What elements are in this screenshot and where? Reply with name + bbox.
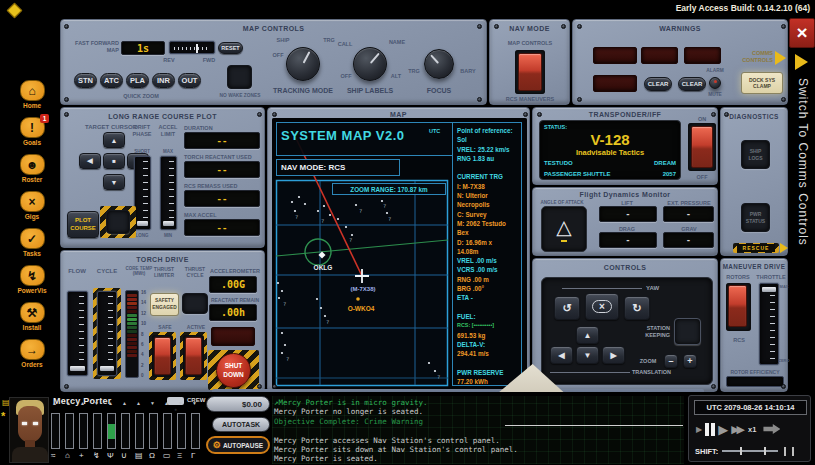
sidebar-item-tasks[interactable]: ✓ Tasks — [4, 228, 60, 257]
tracking-mode-knob[interactable] — [286, 47, 320, 81]
alarm-mute-switch[interactable] — [709, 77, 721, 89]
other-contact-dot[interactable] — [356, 297, 360, 301]
station-keeping-button[interactable] — [674, 318, 701, 345]
no-wake-zones-button[interactable] — [227, 65, 252, 89]
quick-zoom-inr-button[interactable]: INR — [152, 73, 175, 88]
slider-handle[interactable] — [196, 44, 198, 53]
step-forward-button[interactable] — [763, 424, 780, 434]
transponder-type-label: PASSENGER SHUTTLE — [544, 171, 611, 177]
fast-forward-button[interactable]: ▶▶ — [731, 423, 742, 436]
transponder-off-label: OFF — [689, 174, 715, 181]
ship-labels-knob[interactable] — [353, 47, 387, 81]
transponder-toggle[interactable] — [688, 123, 716, 171]
translate-down-button[interactable]: ▼ — [576, 346, 599, 364]
cursor-up-button[interactable]: ▲ — [103, 132, 125, 148]
comms-switch-arrow-icon[interactable] — [795, 54, 808, 70]
throttle-slider[interactable] — [759, 283, 779, 365]
crew-portrait[interactable] — [9, 397, 49, 463]
autotask-button[interactable]: AUTOTASK — [212, 417, 270, 432]
switch-to-comms-label[interactable]: Switch To Comms Controls — [796, 78, 810, 390]
nav-mode-rocker[interactable] — [518, 53, 542, 91]
safe-toggle[interactable] — [154, 337, 171, 375]
accelerometer-label: ACCELEROMETER — [207, 268, 263, 275]
play-button[interactable]: ▶ — [718, 422, 728, 437]
center-icon: ■ — [112, 158, 116, 164]
yaw-ccw-button[interactable]: ↺ — [554, 296, 580, 320]
pwr-status-button[interactable]: PWRSTATUS — [741, 203, 770, 232]
event-log: ↗Mercy Porter is in micro gravity. Mercy… — [272, 396, 684, 464]
zoom-in-button[interactable]: + — [683, 354, 697, 368]
nav-mode-toggle[interactable] — [515, 50, 545, 94]
svg-text:?: ? — [388, 216, 391, 222]
rev-label: REV — [157, 57, 181, 64]
autopause-button[interactable]: ⚙AUTOPAUSE — [206, 436, 270, 454]
sidebar-item-install[interactable]: ⚒ Install — [4, 302, 60, 331]
cursor-left-button[interactable]: ◀ — [79, 153, 101, 169]
purge-plan-button[interactable] — [106, 210, 130, 234]
stat-bar — [51, 413, 60, 449]
clear-button-2[interactable]: CLEAR — [678, 77, 706, 91]
clear-button-1[interactable]: CLEAR — [644, 77, 672, 91]
shift-control[interactable]: SHIFT: — [695, 444, 807, 458]
sidebar-item-home[interactable]: ⌂ Home — [4, 80, 60, 109]
sidebar-item-orders[interactable]: → Orders — [4, 339, 60, 368]
quick-zoom-label: QUICK ZOOM — [106, 93, 176, 100]
ship-logs-button[interactable]: SHIPLOGS — [741, 140, 770, 169]
yaw-stop-button[interactable]: × — [585, 293, 619, 320]
nav-mode-panel: NAV MODE MAP CONTROLS RCS MANEUVERS — [489, 19, 570, 105]
safety-engaged-button[interactable]: SAFETYENGAGED — [150, 293, 179, 316]
plus-icon: + — [687, 356, 692, 366]
flow-slider[interactable] — [67, 291, 88, 376]
sidebar-item-roster[interactable]: ☻ Roster — [4, 154, 60, 183]
powervis-icon: ↯ — [20, 265, 45, 286]
down-icon: ▼ — [584, 351, 592, 360]
quick-zoom-stn-button[interactable]: STN — [74, 73, 97, 88]
translate-left-button[interactable]: ◀ — [550, 346, 573, 364]
quick-zoom-atc-button[interactable]: ATC — [100, 73, 123, 88]
shift-slider-track[interactable] — [722, 450, 778, 452]
zoom-out-button[interactable]: – — [664, 354, 678, 368]
log-divider — [505, 425, 683, 426]
sidebar-item-powervis[interactable]: ↯ PowerVis — [4, 265, 60, 294]
down-icon: ▼ — [111, 179, 118, 186]
close-button[interactable]: × — [789, 18, 815, 48]
active-toggle[interactable] — [185, 337, 202, 375]
sidebar-item-goals[interactable]: ! 1 Goals — [4, 117, 60, 146]
rotors-rocker[interactable] — [728, 285, 747, 327]
flight-dynamics-panel: Flight Dynamics Monitor ANGLE OF ATTACK … — [532, 187, 718, 256]
game-screen: Early Access Build: 0.14.2.10 (64) ⌂ Hom… — [0, 0, 815, 465]
transponder-rocker[interactable] — [691, 126, 713, 168]
rotate-cw-icon: ↻ — [632, 302, 641, 315]
svg-text:?: ? — [286, 356, 289, 362]
accel-limit-slider[interactable] — [160, 156, 177, 230]
focus-knob[interactable] — [424, 49, 454, 79]
thrust-cycle-button[interactable] — [182, 293, 208, 314]
torch-drive-panel: TORCH DRIVE FLOW CYCLE CORE TEMP(MWt) TH… — [60, 250, 265, 392]
warnings-panel: WARNINGS CLEAR CLEAR ALARM MUTE COMMSCON… — [572, 19, 788, 105]
cursor-center-button[interactable]: ■ — [103, 153, 125, 169]
pause-button[interactable] — [705, 423, 715, 436]
shutdown-button[interactable]: SHUTDOWN — [216, 353, 251, 388]
map-speed-slider[interactable] — [169, 41, 215, 54]
reset-button[interactable]: RESET — [218, 42, 243, 54]
rescue-arrow-icon — [780, 243, 788, 253]
translate-right-button[interactable]: ▶ — [602, 346, 625, 364]
quick-zoom-out-button[interactable]: OUT — [178, 73, 201, 88]
controls-pad: YAW ↺ × ↻ STATIONKEEPING ▲ ◀ ▼ ▶ ZOOM – … — [541, 277, 713, 385]
sidebar-item-gigs[interactable]: × Gigs — [4, 191, 60, 220]
plot-course-button[interactable]: PLOTCOURSE — [67, 211, 99, 238]
quick-zoom-pla-button[interactable]: PLA — [126, 73, 149, 88]
drift-phase-slider[interactable] — [134, 156, 151, 230]
cycle-slider[interactable] — [97, 291, 117, 376]
comms-arrow-icon[interactable] — [775, 51, 786, 65]
rotors-toggle[interactable] — [726, 283, 751, 331]
transponder-class-label: TESTUDO — [544, 160, 573, 166]
yaw-cw-button[interactable]: ↻ — [624, 296, 650, 320]
map-controls-title: MAP CONTROLS — [61, 25, 486, 32]
cursor-down-button[interactable]: ▼ — [103, 174, 125, 190]
play-slow-button[interactable]: ▶ — [696, 425, 702, 434]
dock-sys-clamp-button[interactable]: DOCK SYSCLAMP — [741, 72, 783, 94]
money-button[interactable]: $0.00 — [206, 396, 270, 412]
translate-up-button[interactable]: ▲ — [576, 326, 599, 344]
speed-multiplier: x1 — [748, 425, 756, 434]
